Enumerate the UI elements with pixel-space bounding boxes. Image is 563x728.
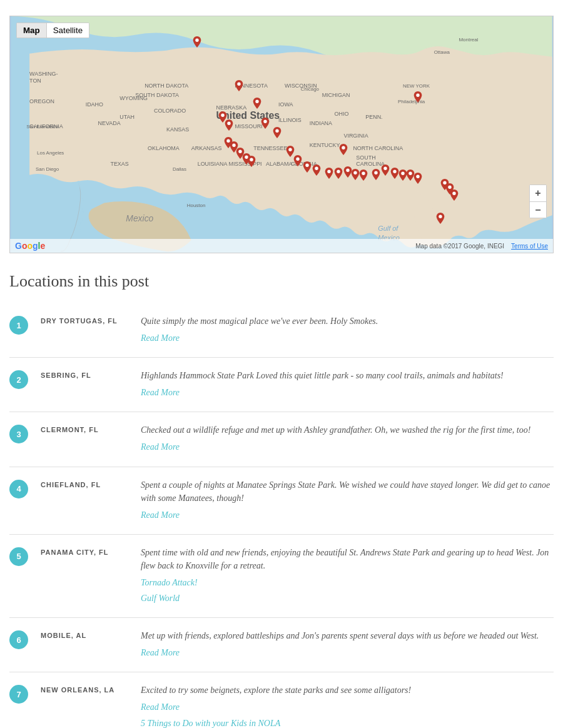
pin-7[interactable] [273, 127, 282, 138]
pin-23[interactable] [413, 173, 422, 184]
google-logo: Google [15, 241, 45, 251]
location-text: Highlands Hammock State Park Loved this … [141, 369, 554, 382]
pin-2[interactable] [235, 80, 243, 91]
svg-text:TON: TON [29, 78, 41, 84]
svg-text:San Francisco: San Francisco [26, 124, 58, 129]
location-name: Panama City, FL [41, 549, 128, 556]
svg-point-77 [452, 192, 455, 195]
svg-point-74 [416, 175, 419, 178]
location-number: 6 [9, 630, 28, 649]
pin-28[interactable] [339, 144, 348, 155]
pin-15[interactable] [351, 169, 360, 180]
svg-text:PENN.: PENN. [365, 114, 382, 120]
svg-text:NORTH DAKOTA: NORTH DAKOTA [145, 83, 188, 89]
pin-33[interactable] [224, 137, 233, 148]
svg-text:TENNESSEE: TENNESSEE [253, 145, 287, 151]
map-tab[interactable]: Map [17, 23, 46, 38]
location-text: Met up with friends, explored battleship… [141, 629, 554, 642]
location-link[interactable]: Read More [141, 507, 554, 523]
location-description: Met up with friends, explored battleship… [141, 629, 554, 660]
map-type-controls[interactable]: Map Satellite [16, 23, 89, 38]
location-number: 5 [9, 547, 28, 566]
svg-point-66 [353, 171, 357, 174]
pin-16[interactable] [359, 169, 368, 181]
svg-text:Houston: Houston [187, 203, 206, 208]
location-link[interactable]: Read More [141, 439, 554, 455]
location-number: 1 [9, 316, 28, 335]
locations-list: 1Dry Tortugas, FLQuite simply the most m… [9, 303, 554, 728]
svg-text:NEVADA: NEVADA [98, 120, 121, 126]
pin-13[interactable] [334, 168, 343, 179]
location-number: 7 [9, 685, 28, 704]
svg-text:VIRGINIA: VIRGINIA [343, 133, 368, 139]
svg-text:MICHIGAN: MICHIGAN [322, 92, 350, 98]
pin-18[interactable] [381, 164, 390, 176]
svg-point-71 [401, 172, 404, 175]
location-text: Spent a couple of nights at Manatee Spri… [141, 478, 554, 505]
pin-26[interactable] [450, 190, 459, 201]
locations-title: Locations in this post [9, 272, 554, 291]
location-link[interactable]: Read More [141, 385, 554, 400]
svg-point-61 [305, 164, 308, 167]
location-name: Chiefland, FL [41, 481, 128, 488]
svg-text:IDAHO: IDAHO [86, 101, 103, 108]
pin-27[interactable] [436, 213, 445, 224]
svg-point-58 [275, 129, 278, 133]
pin-12[interactable] [325, 168, 333, 179]
locations-section: Locations in this post 1Dry Tortugas, FL… [9, 272, 554, 728]
location-description: Highlands Hammock State Park Loved this … [141, 369, 554, 400]
svg-text:Gulf of: Gulf of [378, 225, 398, 232]
location-number: 3 [9, 425, 28, 443]
satellite-tab[interactable]: Satellite [46, 23, 89, 38]
map-container: Gulf of Mexico Cuba OREGON CALIFORNIA ID… [9, 16, 554, 253]
pin-32[interactable] [247, 156, 256, 167]
location-text: Quite simply the most magical place we'v… [141, 315, 554, 328]
svg-point-65 [346, 169, 349, 172]
svg-text:SOUTH DAKOTA: SOUTH DAKOTA [135, 92, 179, 98]
location-link[interactable]: Read More [141, 699, 554, 715]
svg-text:UTAH: UTAH [119, 114, 134, 120]
svg-text:KANSAS: KANSAS [166, 126, 189, 133]
pin-5[interactable] [225, 119, 233, 131]
location-link[interactable]: 5 Things to Do with your Kids in NOLA [141, 715, 554, 729]
pin-1[interactable] [193, 36, 201, 48]
svg-point-62 [315, 167, 318, 170]
svg-point-55 [221, 114, 224, 117]
svg-point-81 [238, 150, 241, 153]
svg-text:Chicago: Chicago [301, 86, 320, 92]
zoom-in-button[interactable]: + [530, 185, 546, 201]
location-link[interactable]: Tornado Attack! [141, 575, 554, 590]
location-description: Excited to try some beignets, explore th… [141, 684, 554, 728]
location-link[interactable]: Gulf World [141, 590, 554, 606]
svg-text:ALABAMA: ALABAMA [266, 161, 292, 167]
svg-text:MISSOURI: MISSOURI [235, 123, 262, 129]
terms-link[interactable]: Terms of Use [511, 243, 548, 250]
location-description: Quite simply the most magical place we'v… [141, 315, 554, 346]
pin-3[interactable] [253, 98, 261, 109]
pin-22[interactable] [413, 91, 422, 103]
svg-point-70 [393, 170, 396, 173]
pin-9[interactable] [293, 155, 302, 166]
pin-6[interactable] [261, 118, 270, 129]
svg-text:KENTUCKY: KENTUCKY [310, 142, 340, 148]
svg-text:ILLINOIS: ILLINOIS [278, 117, 302, 123]
map-background: Gulf of Mexico Cuba OREGON CALIFORNIA ID… [10, 16, 553, 253]
svg-text:WASHING-: WASHING- [29, 71, 58, 77]
pin-19[interactable] [390, 168, 399, 179]
zoom-out-button[interactable]: − [530, 201, 546, 218]
pin-10[interactable] [303, 161, 312, 173]
svg-text:OREGON: OREGON [29, 98, 54, 104]
svg-point-56 [227, 122, 230, 125]
svg-point-68 [374, 171, 377, 174]
svg-point-52 [195, 39, 198, 42]
pin-17[interactable] [372, 169, 380, 180]
zoom-controls[interactable]: + − [529, 185, 547, 218]
location-number: 4 [9, 480, 28, 498]
list-item: 3Clermont, FLChecked out a wildlife refu… [9, 412, 554, 467]
pin-11[interactable] [312, 164, 321, 176]
svg-text:Mexico: Mexico [126, 213, 153, 223]
svg-text:Los Angeles: Los Angeles [37, 150, 64, 156]
location-description: Checked out a wildlife refuge and met up… [141, 423, 554, 455]
location-link[interactable]: Read More [141, 645, 554, 660]
location-link[interactable]: Read More [141, 330, 554, 346]
